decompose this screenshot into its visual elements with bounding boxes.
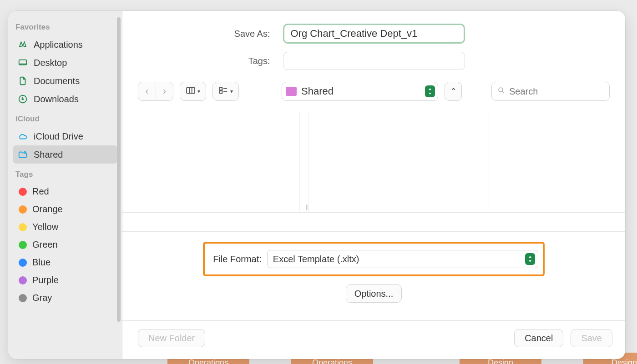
download-icon xyxy=(17,94,28,105)
file-format-label: File Format: xyxy=(213,254,262,264)
sidebar-item-label: Desktop xyxy=(34,58,67,68)
updown-stepper-icon xyxy=(525,253,535,265)
path-bar xyxy=(122,213,625,232)
sidebar-item-label: Blue xyxy=(32,257,51,268)
tags-label: Tags: xyxy=(139,56,276,66)
nav-back-forward: ‹ › xyxy=(138,82,173,101)
column-pane[interactable] xyxy=(309,112,489,212)
dialog-footer: New Folder Cancel Save xyxy=(122,320,625,359)
sidebar-item-icloud-drive[interactable]: iCloud Drive xyxy=(13,127,117,145)
column-divider[interactable] xyxy=(489,112,498,212)
sidebar-tag-red[interactable]: Red xyxy=(13,183,117,200)
save-dialog: Favorites Applications Desktop Documents… xyxy=(8,11,625,359)
location-name: Shared xyxy=(301,85,433,97)
applications-icon xyxy=(17,39,28,50)
chevron-left-icon: ‹ xyxy=(145,85,148,97)
file-format-value: Excel Template (.xltx) xyxy=(273,254,359,264)
nav-back-button[interactable]: ‹ xyxy=(138,82,156,100)
desktop-icon xyxy=(17,57,28,68)
sidebar-item-label: Gray xyxy=(32,293,52,303)
svg-rect-4 xyxy=(220,87,222,90)
tag-dot-icon xyxy=(19,205,27,214)
tag-dot-icon xyxy=(19,276,27,284)
search-input[interactable] xyxy=(509,86,624,97)
toolbar: ‹ › ▾ ▾ Shared xyxy=(138,82,610,101)
sidebar-scrollbar[interactable] xyxy=(117,17,121,322)
svg-point-6 xyxy=(499,88,503,92)
chevron-up-icon: ⌃ xyxy=(450,86,457,96)
chevron-down-icon: ▾ xyxy=(230,88,233,95)
folder-icon xyxy=(286,87,297,96)
sidebar-item-documents[interactable]: Documents xyxy=(13,72,117,90)
sidebar-item-shared[interactable]: Shared xyxy=(13,145,117,164)
sidebar-item-label: Applications xyxy=(34,40,83,50)
save-button[interactable]: Save xyxy=(571,329,612,347)
chevron-down-icon: ▾ xyxy=(197,88,200,95)
svg-rect-5 xyxy=(220,90,222,93)
view-group-button[interactable]: ▾ xyxy=(212,82,239,101)
sidebar-item-label: Orange xyxy=(32,204,63,214)
collapse-expand-button[interactable]: ⌃ xyxy=(445,82,462,101)
main-panel: Save As: Tags: ‹ › ▾ xyxy=(122,11,625,359)
save-as-input[interactable] xyxy=(283,24,465,44)
tag-dot-icon xyxy=(19,223,27,231)
sidebar-item-downloads[interactable]: Downloads xyxy=(13,90,117,108)
view-columns-button[interactable]: ▾ xyxy=(180,82,206,101)
sidebar-item-desktop[interactable]: Desktop xyxy=(13,54,117,72)
tags-input[interactable] xyxy=(283,52,465,70)
sidebar-item-label: Green xyxy=(32,239,58,250)
sidebar-item-label: Downloads xyxy=(34,94,79,105)
section-label-icloud: iCloud xyxy=(13,108,117,127)
resize-grip-icon[interactable]: || xyxy=(303,202,312,211)
column-divider[interactable] xyxy=(300,112,309,212)
sidebar-tag-green[interactable]: Green xyxy=(13,236,117,254)
nav-forward-button[interactable]: › xyxy=(156,82,173,100)
file-columns-area[interactable]: || xyxy=(122,112,625,213)
sidebar-tag-blue[interactable]: Blue xyxy=(13,254,117,271)
svg-rect-3 xyxy=(187,87,195,93)
sidebar-item-label: Yellow xyxy=(32,222,58,232)
sidebar-item-applications[interactable]: Applications xyxy=(13,35,117,54)
sidebar-tag-purple[interactable]: Purple xyxy=(13,271,117,289)
grid-icon xyxy=(218,86,228,97)
tag-dot-icon xyxy=(19,241,27,249)
section-label-favorites: Favorites xyxy=(13,16,117,35)
tag-dot-icon xyxy=(19,188,27,196)
cancel-button[interactable]: Cancel xyxy=(514,329,563,347)
tag-dot-icon xyxy=(19,259,27,267)
sidebar-tag-gray[interactable]: Gray xyxy=(13,289,117,307)
chevron-right-icon: › xyxy=(163,85,166,97)
file-format-highlight: File Format: Excel Template (.xltx) xyxy=(203,242,545,276)
search-icon xyxy=(497,86,506,97)
sidebar-tag-yellow[interactable]: Yellow xyxy=(13,218,117,236)
sidebar-item-label: Shared xyxy=(34,150,63,160)
save-as-label: Save As: xyxy=(139,29,276,39)
location-select[interactable]: Shared xyxy=(282,82,438,101)
options-button[interactable]: Options... xyxy=(346,284,402,303)
sidebar-item-label: Purple xyxy=(32,275,59,285)
shared-folder-icon xyxy=(17,149,28,160)
columns-icon xyxy=(186,86,196,97)
sidebar-item-label: Documents xyxy=(34,76,80,86)
section-label-tags: Tags xyxy=(13,164,117,183)
sidebar-item-label: iCloud Drive xyxy=(34,131,83,142)
sidebar-tag-orange[interactable]: Orange xyxy=(13,200,117,218)
document-icon xyxy=(17,75,28,86)
search-box[interactable] xyxy=(491,82,610,101)
tag-dot-icon xyxy=(19,294,27,302)
new-folder-button[interactable]: New Folder xyxy=(138,329,205,347)
cloud-icon xyxy=(17,131,28,142)
column-pane[interactable] xyxy=(122,112,300,212)
sidebar-item-label: Red xyxy=(32,186,49,197)
sidebar: Favorites Applications Desktop Documents… xyxy=(8,11,122,359)
updown-stepper-icon xyxy=(425,85,435,97)
file-format-select[interactable]: Excel Template (.xltx) xyxy=(267,250,538,268)
